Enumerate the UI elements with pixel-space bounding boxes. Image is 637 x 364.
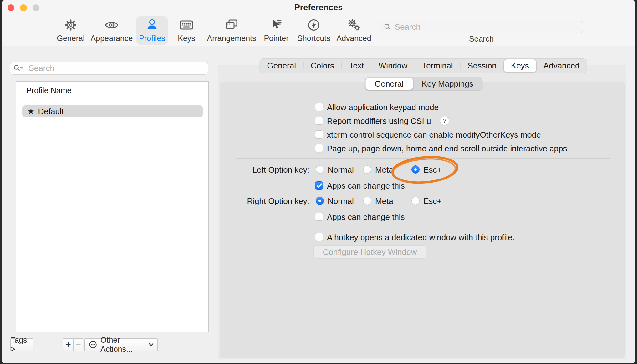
tab-general[interactable]: General — [260, 59, 303, 72]
right-option-esc-radio[interactable] — [411, 197, 420, 205]
profile-name: Default — [38, 107, 64, 116]
tab-window[interactable]: Window — [371, 59, 415, 72]
checkbox-modifyotherkeys[interactable] — [315, 130, 323, 139]
subtab-key-mappings[interactable]: Key Mappings — [413, 78, 482, 90]
subtab-general[interactable]: General — [365, 78, 413, 90]
window-title: Preferences — [2, 3, 635, 13]
keys-subtabs: General Key Mappings — [365, 77, 482, 90]
other-actions-label: Other Actions... — [100, 336, 149, 354]
toolbar-search-label: Search — [380, 34, 583, 43]
checkbox-label: Apps can change this — [327, 181, 405, 191]
left-option-normal-radio[interactable] — [316, 165, 324, 174]
profile-search-field[interactable] — [10, 62, 208, 75]
left-option-key-label: Left Option key: — [202, 165, 309, 175]
checkbox-report-csi-u[interactable] — [315, 117, 323, 125]
checkmark-icon — [316, 183, 323, 189]
right-apps-can-change-checkbox[interactable] — [315, 213, 323, 221]
preferences-window: Preferences General Appearance — [2, 0, 635, 363]
search-icon — [384, 23, 391, 31]
divider — [236, 226, 610, 226]
radio-label: Meta — [375, 196, 393, 206]
left-option-esc-radio[interactable] — [411, 165, 420, 174]
radio-label: Normal — [328, 165, 354, 175]
hotkey-window-checkbox[interactable] — [315, 233, 323, 241]
profile-row-default[interactable]: ★ Default — [22, 105, 203, 117]
checkbox-allow-keypad[interactable] — [315, 103, 323, 111]
checkbox-label: xterm control sequence can enable modify… — [327, 130, 541, 140]
divider — [236, 158, 610, 159]
radio-label: Esc+ — [423, 196, 442, 206]
tab-colors[interactable]: Colors — [303, 59, 341, 72]
right-option-normal-radio[interactable] — [316, 197, 324, 205]
radio-label: Meta — [375, 165, 393, 175]
tab-keys[interactable]: Keys — [504, 59, 536, 72]
checkbox-label: Allow application keypad mode — [327, 103, 439, 112]
radio-label: Esc+ — [423, 165, 442, 175]
tags-button[interactable]: Tags > — [10, 338, 33, 351]
toolbar-item-advanced[interactable]: Advanced — [327, 17, 380, 43]
add-profile-button[interactable]: + — [63, 338, 73, 351]
profile-search-input[interactable] — [28, 63, 205, 73]
tab-text[interactable]: Text — [342, 59, 371, 72]
default-star-icon: ★ — [28, 107, 34, 116]
right-option-meta-radio[interactable] — [363, 197, 371, 205]
gears-icon — [327, 17, 380, 33]
ellipsis-circle-icon — [89, 340, 97, 349]
chevron-down-icon — [149, 343, 154, 346]
profile-tabs: General Colors Text Window Terminal Sess… — [260, 59, 587, 73]
checkbox-label: Report modifiers using CSI u — [327, 116, 431, 126]
profile-list-column-header: Profile Name — [16, 82, 208, 99]
other-actions-dropdown[interactable]: Other Actions... — [84, 338, 158, 351]
help-button[interactable]: ? — [440, 116, 449, 125]
toolbar-item-label: Advanced — [327, 34, 380, 43]
checkbox-label: Apps can change this — [327, 212, 405, 222]
radio-label: Normal — [328, 196, 354, 206]
checkbox-page-scroll[interactable] — [315, 144, 323, 152]
tab-session[interactable]: Session — [461, 59, 504, 72]
right-option-key-label: Right Option key: — [202, 196, 309, 206]
toolbar-search-input[interactable] — [394, 22, 579, 32]
checkbox-label: A hotkey opens a dedicated window with t… — [327, 233, 515, 242]
search-scope-icon — [13, 64, 26, 72]
left-apps-can-change-checkbox[interactable] — [315, 181, 323, 190]
remove-profile-button: − — [73, 338, 83, 351]
configure-hotkey-window-button: Configure Hotkey Window — [314, 246, 426, 258]
checkbox-label: Page up, page down, home and end scroll … — [327, 144, 567, 154]
tab-terminal[interactable]: Terminal — [415, 59, 460, 72]
tab-advanced[interactable]: Advanced — [536, 59, 587, 72]
toolbar-search-field[interactable] — [380, 21, 583, 33]
left-option-meta-radio[interactable] — [363, 165, 371, 174]
profile-list: Profile Name ★ Default — [16, 81, 209, 332]
